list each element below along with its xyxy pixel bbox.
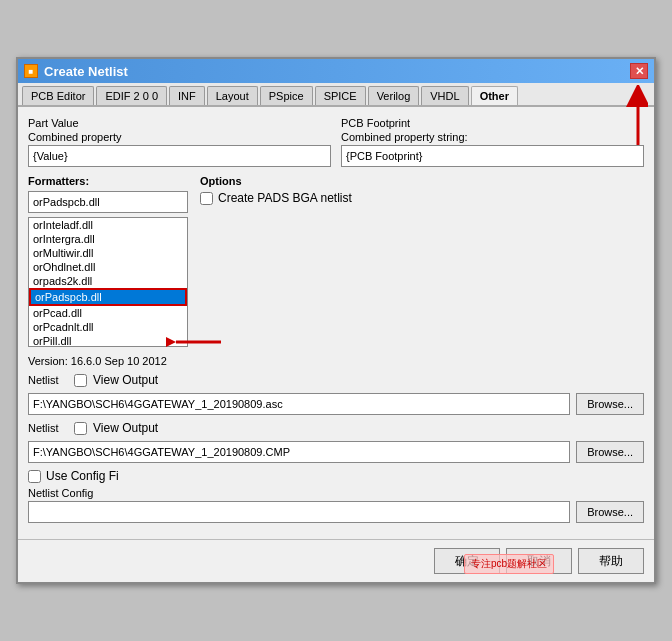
formatters-label: Formatters: — [28, 175, 188, 187]
tab-pcb-editor[interactable]: PCB Editor — [22, 86, 94, 105]
list-item[interactable]: orpads2k.dll — [29, 274, 187, 288]
list-item[interactable]: orPill.dll — [29, 334, 187, 347]
netlist-config-input[interactable] — [28, 501, 570, 523]
view-output-label-2: View Output — [93, 421, 158, 435]
use-config-row: Use Config Fi — [28, 469, 644, 483]
pcb-footprint-sub-label: Combined property string: — [341, 131, 644, 143]
list-item[interactable]: orInteladf.dll — [29, 218, 187, 232]
create-netlist-dialog: ■ Create Netlist ✕ PCB Editor EDIF 2 0 0… — [16, 57, 656, 584]
tab-spice[interactable]: SPICE — [315, 86, 366, 105]
list-item-selected[interactable]: orPadspcb.dll — [29, 288, 187, 306]
formatters-input[interactable] — [28, 191, 188, 213]
tab-verilog[interactable]: Verilog — [368, 86, 420, 105]
netlist-label-1: Netlist — [28, 374, 68, 386]
create-pads-label: Create PADS BGA netlist — [218, 191, 352, 205]
pcb-footprint-group: PCB Footprint Combined property string: — [341, 117, 644, 167]
window-title: Create Netlist — [44, 64, 128, 79]
formatters-section: Formatters: orInteladf.dll orIntergra.dl… — [28, 175, 188, 347]
version-text: Version: 16.6.0 Sep 10 2012 — [28, 355, 644, 367]
close-button[interactable]: ✕ — [630, 63, 648, 79]
view-output-checkbox-1[interactable] — [74, 374, 87, 387]
formatters-list[interactable]: orInteladf.dll orIntergra.dll orMultiwir… — [28, 217, 188, 347]
options-section: Options Create PADS BGA netlist — [200, 175, 644, 347]
netlist-row-1: Netlist View Output — [28, 373, 644, 387]
tabs-bar: PCB Editor EDIF 2 0 0 INF Layout PSpice … — [18, 83, 654, 107]
netlist-config-row: Browse... — [28, 501, 644, 523]
options-label: Options — [200, 175, 644, 187]
list-item[interactable]: orMultiwir.dll — [29, 246, 187, 260]
use-config-label: Use Config Fi — [46, 469, 119, 483]
netlist-row-2: Netlist View Output — [28, 421, 644, 435]
tab-edif[interactable]: EDIF 2 0 0 — [96, 86, 167, 105]
tab-layout[interactable]: Layout — [207, 86, 258, 105]
part-value-sub-label: Combined property — [28, 131, 331, 143]
browse-button-1[interactable]: Browse... — [576, 393, 644, 415]
pcb-footprint-label: PCB Footprint — [341, 117, 644, 129]
list-item[interactable]: orPcadnlt.dll — [29, 320, 187, 334]
netlist-label-2: Netlist — [28, 422, 68, 434]
title-bar: ■ Create Netlist ✕ — [18, 59, 654, 83]
list-item[interactable]: orPcad.dll — [29, 306, 187, 320]
content-area: Part Value Combined property PCB Footpri… — [18, 107, 654, 539]
part-value-label: Part Value — [28, 117, 331, 129]
netlist-config-label: Netlist Config — [28, 487, 644, 499]
watermark: 专注pcb题解社区 — [464, 554, 554, 574]
tab-other[interactable]: Other — [471, 86, 518, 105]
pcb-footprint-input[interactable] — [341, 145, 644, 167]
help-button[interactable]: 帮助 — [578, 548, 644, 574]
tab-vhdl[interactable]: VHDL — [421, 86, 468, 105]
view-output-label-1: View Output — [93, 373, 158, 387]
netlist-path-input-2[interactable] — [28, 441, 570, 463]
netlist-path-row-1: Browse... — [28, 393, 644, 415]
list-item[interactable]: orIntergra.dll — [29, 232, 187, 246]
part-value-input[interactable] — [28, 145, 331, 167]
part-value-group: Part Value Combined property — [28, 117, 331, 167]
netlist-path-row-2: Browse... — [28, 441, 644, 463]
use-config-checkbox[interactable] — [28, 470, 41, 483]
list-item[interactable]: orOhdlnet.dll — [29, 260, 187, 274]
create-pads-checkbox[interactable] — [200, 192, 213, 205]
window-icon: ■ — [24, 64, 38, 78]
browse-button-3[interactable]: Browse... — [576, 501, 644, 523]
tab-pspice[interactable]: PSpice — [260, 86, 313, 105]
view-output-checkbox-2[interactable] — [74, 422, 87, 435]
tab-inf[interactable]: INF — [169, 86, 205, 105]
footer: 确定 取消 帮助 专注pcb题解社区 — [18, 539, 654, 582]
create-pads-row: Create PADS BGA netlist — [200, 191, 644, 205]
netlist-path-input-1[interactable] — [28, 393, 570, 415]
browse-button-2[interactable]: Browse... — [576, 441, 644, 463]
